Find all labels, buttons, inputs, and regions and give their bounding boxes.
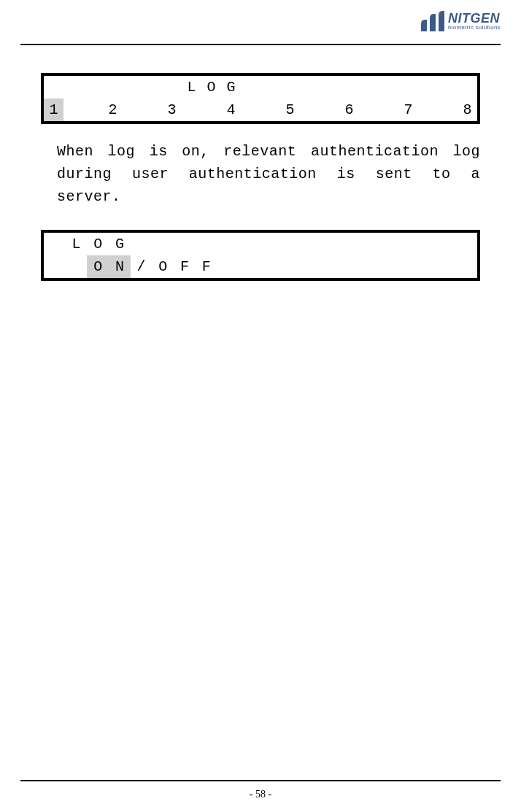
lcd-cell: [379, 76, 398, 98]
lcd-cell: [300, 76, 320, 98]
lcd-cell: [196, 233, 217, 255]
lcd-cell: [260, 255, 282, 278]
lcd-cell: [182, 98, 201, 121]
lcd-cell: [260, 233, 282, 255]
logo-bars-icon: [421, 11, 444, 31]
lcd-cell: [280, 76, 300, 98]
lcd-cell: [103, 76, 123, 98]
lcd-cell: [152, 233, 174, 255]
lcd-display-1: LOG12345678: [41, 73, 480, 124]
lcd-cell: [368, 255, 390, 278]
lcd-cell: [239, 255, 260, 278]
lcd-cell: [83, 76, 103, 98]
lcd-cell: [241, 98, 260, 121]
lcd-cell: [142, 98, 162, 121]
page-content: LOG12345678 When log is on, relevant aut…: [41, 73, 480, 281]
lcd-cell: L: [66, 233, 88, 255]
lcd-cell: [398, 76, 418, 98]
lcd-cell: [123, 98, 142, 121]
lcd-cell: [241, 76, 260, 98]
lcd-cell: [433, 255, 455, 278]
lcd-cell: [142, 76, 162, 98]
lcd-cell: [304, 255, 325, 278]
lcd-cell: 2: [103, 98, 123, 121]
lcd-cell: [438, 98, 458, 121]
page-header: NITGEN biometric solutions: [0, 0, 521, 51]
lcd-cell: 6: [339, 98, 359, 121]
lcd-cell: [201, 98, 221, 121]
lcd-cell: [368, 233, 390, 255]
lcd-cell: O: [152, 255, 174, 278]
lcd-cell: 3: [162, 98, 182, 121]
lcd-cell: 7: [398, 98, 418, 121]
lcd-cell: [347, 233, 369, 255]
lcd-cell: [455, 233, 477, 255]
lcd-cell: G: [221, 76, 241, 98]
lcd-cell: O: [87, 233, 109, 255]
logo-text: NITGEN biometric solutions: [448, 12, 501, 31]
lcd-cell: [162, 76, 182, 98]
lcd-cell: [325, 255, 347, 278]
lcd-cell: [390, 255, 412, 278]
lcd-cell: [412, 233, 434, 255]
lcd-cell: [359, 76, 379, 98]
lcd-cell: [339, 76, 359, 98]
lcd-cell: [379, 98, 398, 121]
lcd-cell: F: [196, 255, 217, 278]
lcd-cell: 8: [458, 98, 477, 121]
lcd-cell: F: [174, 255, 196, 278]
lcd-cell: [44, 233, 66, 255]
footer-rule: [20, 780, 501, 781]
lcd-cell: [123, 76, 142, 98]
lcd-cell: [63, 98, 83, 121]
lcd-cell: [325, 233, 347, 255]
lcd-cell: [455, 255, 477, 278]
lcd-cell: [300, 98, 320, 121]
lcd-cell: L: [182, 76, 201, 98]
lcd-cell: [347, 255, 369, 278]
lcd-cell: [217, 233, 239, 255]
brand-logo: NITGEN biometric solutions: [421, 11, 501, 31]
lcd-cell: [63, 76, 83, 98]
lcd-cell: [433, 233, 455, 255]
lcd-cell: [418, 98, 438, 121]
lcd2-table: LOGON/OFF: [44, 233, 477, 278]
brand-tagline: biometric solutions: [448, 25, 501, 31]
lcd-cell: [174, 233, 196, 255]
lcd-cell: [320, 98, 339, 121]
lcd-cell: [83, 98, 103, 121]
lcd-cell: [44, 76, 63, 98]
lcd-cell: [260, 76, 280, 98]
lcd-cell: [282, 255, 304, 278]
lcd-cell: [239, 233, 260, 255]
brand-name: NITGEN: [448, 12, 501, 25]
lcd-cell: [282, 233, 304, 255]
lcd-cell: 1: [44, 98, 63, 121]
lcd-cell: O: [201, 76, 221, 98]
lcd-cell: [412, 255, 434, 278]
lcd-cell: [418, 76, 438, 98]
lcd-cell: [320, 76, 339, 98]
lcd-cell: [131, 233, 153, 255]
page-number: - 58 -: [0, 789, 521, 800]
lcd-cell: [260, 98, 280, 121]
lcd-cell: [44, 255, 66, 278]
lcd-cell: [66, 255, 88, 278]
lcd-cell: N: [109, 255, 131, 278]
header-rule: [20, 44, 501, 45]
lcd-cell: [390, 233, 412, 255]
lcd-cell: G: [109, 233, 131, 255]
lcd-cell: [304, 233, 325, 255]
lcd-cell: O: [87, 255, 109, 278]
lcd-cell: 5: [280, 98, 300, 121]
lcd-cell: [359, 98, 379, 121]
lcd1-table: LOG12345678: [44, 76, 477, 121]
lcd-cell: /: [131, 255, 153, 278]
lcd-cell: [217, 255, 239, 278]
lcd-display-2: LOGON/OFF: [41, 230, 480, 281]
body-paragraph: When log is on, relevant authentication …: [41, 140, 480, 208]
lcd-cell: 4: [221, 98, 241, 121]
